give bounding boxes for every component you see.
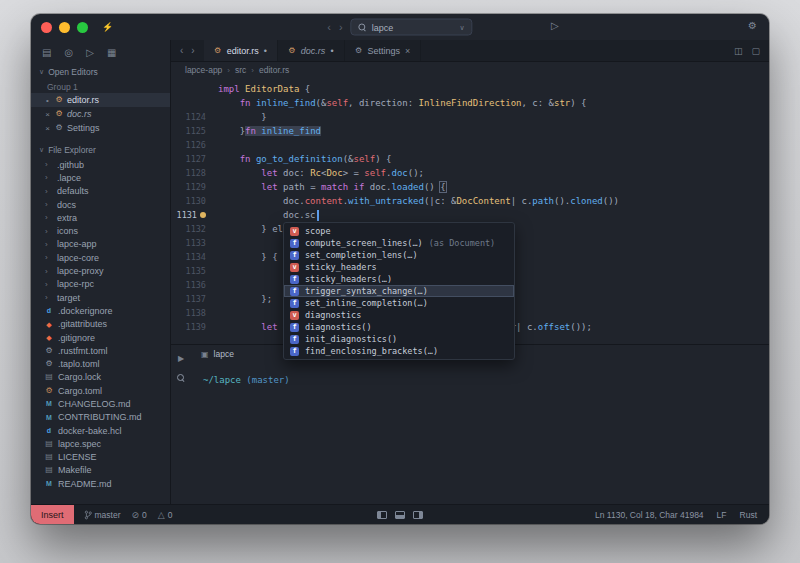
chevron-right-icon: ›	[45, 227, 52, 236]
close-tab-icon[interactable]: ×	[405, 46, 410, 56]
panel-side-icons: ▶	[171, 345, 191, 504]
tree-folder[interactable]: ›extra	[31, 211, 170, 224]
error-count[interactable]: ⊘ 0	[132, 510, 147, 520]
tree-file[interactable]: ddocker-bake.hcl	[31, 424, 170, 437]
tree-file[interactable]: ⚙.rustfmt.toml	[31, 344, 170, 357]
code-line[interactable]: 1128 let doc: Rc<Doc> = self.doc();	[171, 166, 769, 180]
code-line[interactable]: 1129 let path = match if doc.loaded() {	[171, 180, 769, 194]
tab-doc.rs[interactable]: ⚙doc.rs•	[278, 40, 345, 61]
file-explorer-icon[interactable]: ▤	[42, 47, 51, 58]
file-explorer-header[interactable]: ∨ File Explorer	[31, 142, 170, 158]
settings-gear-icon[interactable]: ⚙	[748, 20, 757, 31]
toggle-left-panel-icon[interactable]	[377, 511, 387, 519]
command-palette[interactable]: lapce ∨	[351, 19, 473, 36]
search-icon[interactable]	[177, 374, 185, 382]
tree-file[interactable]: ▤Makefile	[31, 464, 170, 477]
toggle-bottom-panel-icon[interactable]	[395, 511, 405, 519]
git-branch-indicator[interactable]: master	[84, 510, 121, 520]
open-editors-header[interactable]: ∨ Open Editors	[31, 64, 170, 80]
tree-file[interactable]: MCONTRIBUTING.md	[31, 411, 170, 424]
completion-kind-variable-icon: v	[290, 227, 299, 236]
sidebar: ▤◎▷▦ ∨ Open Editors Group 1 •⚙editor.rs×…	[31, 40, 171, 504]
tree-file[interactable]: d.dockerignore	[31, 304, 170, 317]
open-editor-item[interactable]: ×⚙doc.rs	[31, 107, 170, 121]
chevron-down-icon: ∨	[39, 146, 44, 154]
minimize-window-button[interactable]	[59, 22, 70, 33]
terminal-icon[interactable]: ▶	[178, 354, 184, 363]
tabs-forward-icon[interactable]: ›	[191, 45, 194, 56]
tree-folder[interactable]: ›docs	[31, 198, 170, 211]
tree-file[interactable]: ⚙.taplo.toml	[31, 357, 170, 370]
tree-folder[interactable]: ›lapce-rpc	[31, 278, 170, 291]
close-icon[interactable]: ×	[44, 110, 51, 119]
text-cursor	[317, 210, 319, 221]
tree-folder[interactable]: ›lapce-core	[31, 251, 170, 264]
code-line[interactable]: 1124 }	[171, 110, 769, 124]
run-button[interactable]: ▷	[551, 20, 559, 31]
tree-folder[interactable]: ›lapce-app	[31, 238, 170, 251]
terminal-content[interactable]: ~/lapce (master)	[191, 363, 769, 387]
code-line[interactable]: 1125 }fn inline_find	[171, 124, 769, 138]
cursor-position[interactable]: Ln 1130, Col 18, Char 41984	[595, 510, 704, 520]
tree-item-name: .github	[57, 160, 84, 170]
eol-indicator[interactable]: LF	[717, 510, 727, 520]
tree-item-name: lapce-proxy	[57, 266, 104, 276]
source-control-icon[interactable]: ◎	[64, 47, 73, 58]
tree-folder[interactable]: ›.github	[31, 158, 170, 171]
md-file-icon: M	[45, 400, 53, 407]
extensions-icon[interactable]: ▦	[107, 47, 116, 58]
breadcrumb-item[interactable]: lapce-app	[185, 65, 222, 75]
zoom-window-button[interactable]	[77, 22, 88, 33]
breadcrumb[interactable]: lapce-app›src›editor.rs	[171, 62, 769, 78]
line-number: 1127	[171, 152, 209, 166]
tree-folder[interactable]: ›target	[31, 291, 170, 304]
editor-layout-icon[interactable]: ▢	[751, 46, 760, 56]
language-mode[interactable]: Rust	[740, 510, 757, 520]
tree-file[interactable]: ◆.gitignore	[31, 331, 170, 344]
breadcrumb-item[interactable]: editor.rs	[259, 65, 289, 75]
nav-forward-icon[interactable]: ›	[339, 22, 343, 33]
tree-file[interactable]: ⚙Cargo.toml	[31, 384, 170, 397]
open-editor-item[interactable]: •⚙editor.rs	[31, 93, 170, 107]
completion-item[interactable]: ffind_enclosing_brackets(…)	[284, 345, 514, 357]
lightbulb-icon[interactable]	[200, 212, 206, 218]
warning-count[interactable]: △ 0	[158, 510, 173, 520]
line-number: 1137	[171, 292, 209, 306]
code-line[interactable]: 1130 doc.content.with_untracked(|c: &Doc…	[171, 194, 769, 208]
debug-icon[interactable]: ▷	[86, 47, 94, 58]
code-line[interactable]: 1131 doc.sc	[171, 208, 769, 222]
code-line[interactable]: 1126	[171, 138, 769, 152]
close-window-button[interactable]	[41, 22, 52, 33]
breadcrumb-item[interactable]: src	[235, 65, 246, 75]
tab-Settings[interactable]: ⚙Settings×	[345, 40, 422, 61]
tabs-back-icon[interactable]: ‹	[180, 45, 183, 56]
tree-folder[interactable]: ›.lapce	[31, 171, 170, 184]
md-file-icon: M	[45, 480, 53, 487]
tree-file[interactable]: ▤Cargo.lock	[31, 371, 170, 384]
tree-file[interactable]: MREADME.md	[31, 477, 170, 490]
titlebar[interactable]: ⚡ ‹ › lapce ∨ ▷ ⚙	[31, 14, 769, 40]
code-line[interactable]: impl EditorData {	[171, 82, 769, 96]
rust-file-icon: ⚙	[55, 110, 63, 118]
split-editor-icon[interactable]: ◫	[734, 46, 743, 56]
tree-folder[interactable]: ›defaults	[31, 185, 170, 198]
line-number: 1124	[171, 110, 209, 124]
terminal-icon: ▣	[201, 350, 209, 359]
mode-indicator[interactable]: Insert	[31, 505, 74, 524]
nav-back-icon[interactable]: ‹	[327, 22, 331, 33]
tree-folder[interactable]: ›lapce-proxy	[31, 264, 170, 277]
tree-folder[interactable]: ›icons	[31, 224, 170, 237]
tree-file[interactable]: ▤lapce.spec	[31, 437, 170, 450]
code-editor[interactable]: impl EditorData { fn inline_find(&self, …	[171, 78, 769, 344]
close-icon[interactable]: ×	[44, 124, 51, 133]
code-line[interactable]: 1127 fn go_to_definition(&self) {	[171, 152, 769, 166]
open-editor-item[interactable]: ×⚙Settings	[31, 121, 170, 135]
code-line[interactable]: fn inline_find(&self, direction: InlineF…	[171, 96, 769, 110]
completion-kind-function-icon: f	[290, 335, 299, 344]
tree-file[interactable]: ▤LICENSE	[31, 451, 170, 464]
tab-editor.rs[interactable]: ⚙editor.rs•	[204, 40, 278, 61]
toggle-right-panel-icon[interactable]	[413, 511, 423, 519]
tree-file[interactable]: ◆.gitattributes	[31, 318, 170, 331]
tree-file[interactable]: MCHANGELOG.md	[31, 397, 170, 410]
tree-item-name: CHANGELOG.md	[58, 399, 131, 409]
